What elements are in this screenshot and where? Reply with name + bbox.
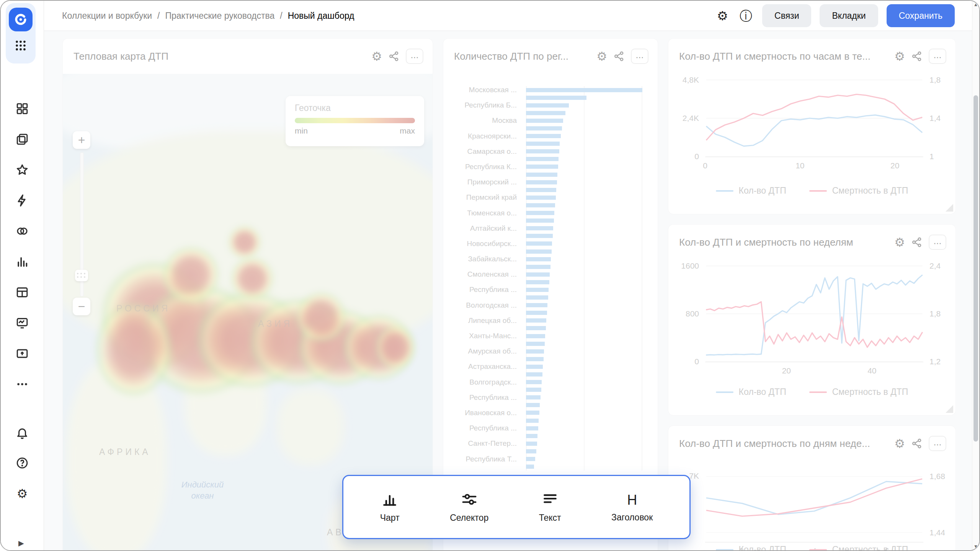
bar-category-label: Приморский ... xyxy=(452,178,526,186)
widget-settings-button[interactable]: ⚙ xyxy=(894,438,905,450)
dashboard-settings-button[interactable]: ⚙ xyxy=(715,10,730,22)
add-text-button[interactable]: Текст xyxy=(537,491,564,523)
more-ellipsis-icon xyxy=(16,378,29,392)
y-axis-tick: 2,4K xyxy=(683,114,699,123)
x-axis-tick: 0 xyxy=(703,161,707,170)
bell-icon xyxy=(16,426,29,440)
y-axis-tick: 1,4 xyxy=(929,114,941,123)
scroll-up-icon[interactable]: ▲ xyxy=(972,2,979,7)
page-scrollbar[interactable]: ▲ ▼ xyxy=(972,1,979,550)
sidebar-item-more[interactable] xyxy=(15,377,30,392)
bar-row: Амурская об... xyxy=(452,347,642,355)
sidebar-item-quick-actions[interactable] xyxy=(15,193,30,209)
sidebar-item-monitoring[interactable] xyxy=(15,316,30,331)
bar xyxy=(526,349,544,354)
tabs-button[interactable]: Вкладки xyxy=(820,4,878,27)
sidebar-item-charts[interactable] xyxy=(15,254,30,270)
share-icon xyxy=(911,445,923,450)
widget-menu-button[interactable]: ... xyxy=(631,49,648,64)
bar-row: Республика ... xyxy=(452,424,642,432)
legend-item-mortality[interactable]: Смертность в ДТП xyxy=(809,387,908,397)
lightning-bolt-icon xyxy=(16,194,29,208)
bar xyxy=(526,449,536,453)
ellipsis-icon: ... xyxy=(934,49,942,60)
bar-category-label: Забайкальск... xyxy=(452,255,526,263)
workbooks-icon xyxy=(16,133,29,147)
widget-menu-button[interactable]: ... xyxy=(929,49,946,64)
resize-handle[interactable] xyxy=(946,204,953,212)
bar-row: Забайкальск... xyxy=(452,255,642,263)
info-button[interactable]: ⓘ xyxy=(738,10,754,22)
sidebar-item-workbooks[interactable] xyxy=(15,132,30,147)
bar-row xyxy=(452,463,642,471)
bar-category-label: Новосибирск... xyxy=(452,240,526,248)
sidebar-item-storage[interactable] xyxy=(15,346,30,362)
bar-category-label: Республика ... xyxy=(452,285,526,294)
bar-chart: Московская ...Республика Б...МоскваКрасн… xyxy=(452,86,642,471)
widget-menu-button[interactable]: ... xyxy=(929,436,946,451)
widget-accidents-by-weekday: Кол-во ДТП и смертность по дням неде... … xyxy=(668,426,956,550)
breadcrumb-separator: / xyxy=(280,11,282,21)
widget-settings-button[interactable]: ⚙ xyxy=(596,51,607,62)
breadcrumb-guides[interactable]: Практические руководства xyxy=(165,11,274,21)
legend-item-accidents[interactable]: Кол-во ДТП xyxy=(716,186,786,196)
widget-menu-button[interactable]: ... xyxy=(929,235,946,250)
gear-icon: ⚙ xyxy=(371,50,382,63)
bar xyxy=(526,388,541,392)
widget-links-button[interactable] xyxy=(911,438,923,449)
y-axis-tick: 1,8 xyxy=(929,309,941,318)
widget-settings-button[interactable]: ⚙ xyxy=(894,51,905,62)
sidebar-item-dashboards[interactable] xyxy=(15,101,30,117)
add-chart-button[interactable]: Чарт xyxy=(378,491,402,523)
legend-item-accidents[interactable]: Кол-во ДТП xyxy=(716,387,786,397)
ellipsis-icon: ... xyxy=(636,49,644,60)
widget-links-button[interactable] xyxy=(911,51,923,62)
bar-row xyxy=(452,155,642,163)
sidebar-collapse-button[interactable]: ▶ xyxy=(16,538,26,548)
legend-item-mortality[interactable]: Смертность в ДТП xyxy=(809,544,908,550)
sidebar-item-datasets[interactable] xyxy=(15,224,30,239)
add-selector-button[interactable]: Селектор xyxy=(448,491,491,523)
datalens-logo-icon[interactable] xyxy=(9,8,33,31)
bar xyxy=(526,303,547,307)
widget-settings-button[interactable]: ⚙ xyxy=(894,236,905,248)
map-seasia-land xyxy=(277,388,344,465)
zoom-in-button[interactable]: + xyxy=(73,131,90,149)
widget-settings-button[interactable]: ⚙ xyxy=(371,51,382,62)
help-button[interactable] xyxy=(15,456,30,471)
widget-links-button[interactable] xyxy=(613,51,625,62)
scrollbar-thumb[interactable] xyxy=(973,95,978,442)
y-axis-tick: 1 xyxy=(929,152,934,161)
bar-row xyxy=(452,324,642,332)
links-button[interactable]: Связи xyxy=(762,4,811,27)
legend-item-mortality[interactable]: Смертность в ДТП xyxy=(809,186,908,196)
scroll-down-icon[interactable]: ▼ xyxy=(972,544,979,549)
breadcrumb-collections[interactable]: Коллекции и воркбуки xyxy=(62,11,152,21)
zoom-out-button[interactable]: − xyxy=(73,298,90,315)
share-icon xyxy=(911,57,923,63)
save-button[interactable]: Сохранить xyxy=(887,4,955,27)
sidebar-item-favorites[interactable] xyxy=(15,163,30,178)
widget-accidents-by-region: Количество ДТП по рег... ⚙ ... Московска… xyxy=(443,39,658,550)
chart-icon xyxy=(381,491,398,509)
legend-item-accidents[interactable]: Кол-во ДТП xyxy=(716,544,786,550)
resize-handle[interactable] xyxy=(946,405,953,413)
notifications-button[interactable] xyxy=(15,425,30,441)
add-header-button[interactable]: H Заголовок xyxy=(609,491,655,523)
widget-links-button[interactable] xyxy=(388,51,400,62)
bar-row xyxy=(452,401,642,409)
zoom-slider-handle[interactable] xyxy=(75,270,88,281)
widget-links-button[interactable] xyxy=(911,236,923,248)
bar xyxy=(526,241,552,246)
sidebar-settings-button[interactable]: ⚙ xyxy=(15,486,30,501)
sidebar-item-tables[interactable] xyxy=(15,285,30,300)
bar-row: Пермский край xyxy=(452,194,642,201)
line-chart-hours: 02,4K4,8K11,41,801020 xyxy=(705,80,923,157)
bar-row xyxy=(452,370,642,378)
bar xyxy=(526,149,559,153)
apps-grid-icon[interactable] xyxy=(13,37,29,54)
info-icon: ⓘ xyxy=(740,9,752,23)
bar-row xyxy=(452,386,642,394)
widget-menu-button[interactable]: ... xyxy=(406,49,423,64)
bar xyxy=(526,180,557,184)
